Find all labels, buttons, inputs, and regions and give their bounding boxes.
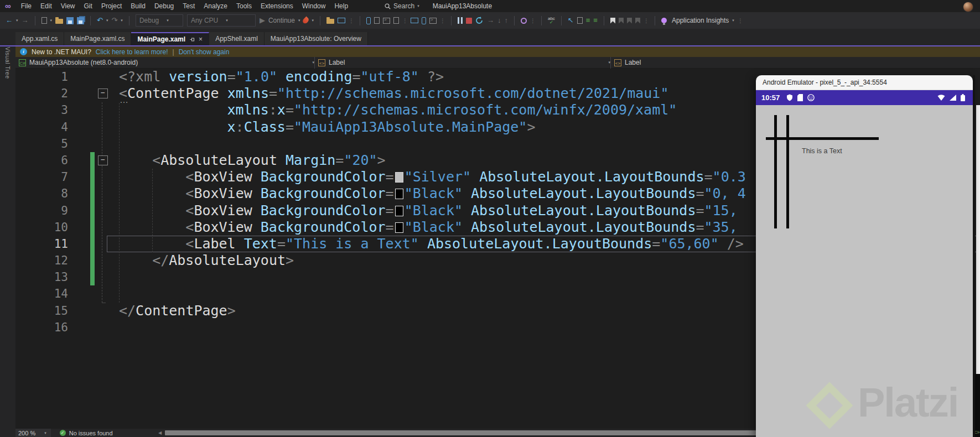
menu-debug[interactable]: Debug [150, 2, 178, 10]
format-selection-icon[interactable]: ≡ [593, 17, 598, 24]
menu-help[interactable]: Help [330, 2, 352, 10]
menu-tools[interactable]: Tools [232, 2, 256, 10]
pin-icon[interactable] [189, 37, 195, 42]
outlining-margin [95, 69, 115, 85]
continue-button[interactable]: Continue [268, 17, 295, 24]
menu-view[interactable]: View [56, 2, 80, 10]
android-emulator-window[interactable]: Android Emulator - pixel_5_-_api_34:5554… [756, 75, 975, 437]
tab-appshell-xaml[interactable]: AppShell.xaml [209, 32, 265, 45]
diagnostics-icon[interactable] [521, 18, 527, 24]
hot-reload-dropdown-icon[interactable]: ▾ [312, 18, 314, 23]
emulator-title-bar[interactable]: Android Emulator - pixel_5_-_api_34:5554 [756, 75, 973, 90]
format-document-icon[interactable]: ≡ [586, 17, 590, 24]
line-number: 12 [15, 252, 68, 269]
project-dropdown[interactable]: C# MauiApp13Absolute (net8.0-android) ▾ [15, 57, 314, 69]
token: < [152, 152, 160, 168]
restart-icon[interactable] [475, 17, 483, 24]
outlining-margin [95, 185, 115, 202]
spell-check-icon[interactable]: abc✓ [548, 17, 555, 24]
member-dropdown[interactable]: <> Label [611, 57, 980, 69]
toolbar-overflow-icon[interactable]: ⋮ [402, 18, 407, 24]
live-visual-tree-icon[interactable] [338, 18, 345, 23]
menu-extensions[interactable]: Extensions [256, 2, 298, 10]
signal-icon [950, 95, 956, 101]
android-device-icon[interactable] [422, 17, 426, 24]
adb-shell-icon[interactable] [429, 18, 437, 24]
tab-app-xaml-cs[interactable]: App.xaml.cs [15, 32, 64, 45]
chevron-down-icon: ▾ [44, 431, 46, 435]
user-avatar[interactable] [963, 2, 973, 12]
package-icon[interactable] [393, 17, 399, 24]
toolbar-overflow-icon[interactable]: ⋮ [738, 18, 743, 24]
change-tracking-margin [90, 285, 95, 302]
document-outline-icon[interactable] [577, 17, 583, 24]
stop-debugging-icon[interactable] [466, 18, 472, 24]
step-into-icon[interactable]: ↓ [497, 17, 501, 24]
boxview-vertical-1 [774, 115, 777, 228]
toolbar-overflow-icon[interactable]: ⋮ [644, 18, 649, 24]
tab-mainpage-xaml[interactable]: MainPage.xaml× [131, 32, 209, 45]
learn-more-link[interactable]: Click here to learn more! [96, 48, 168, 56]
toolbar-overflow-icon[interactable]: ⋮ [440, 18, 445, 24]
menu-window[interactable]: Window [298, 2, 330, 10]
toggle-bookmark-icon[interactable] [610, 18, 615, 24]
application-insights-dropdown-icon[interactable]: ▾ [732, 18, 734, 23]
navigate-back-dropdown-icon[interactable]: ▾ [16, 18, 18, 23]
emulator-screen[interactable]: This is a Text Platzi [756, 105, 973, 437]
next-bookmark-icon[interactable] [627, 18, 632, 24]
collapse-region-icon[interactable]: − [98, 89, 108, 98]
toolbar-overflow-icon[interactable]: ⋮ [349, 18, 354, 24]
close-icon[interactable]: × [199, 35, 203, 43]
menu-file[interactable]: File [17, 2, 36, 10]
redo-dropdown-icon[interactable]: ▾ [121, 18, 123, 23]
device-monitor-icon[interactable] [411, 18, 418, 23]
menu-project[interactable]: Project [97, 2, 126, 10]
token: Text [244, 236, 277, 252]
menu-git[interactable]: Git [80, 2, 97, 10]
previous-bookmark-icon[interactable] [619, 18, 624, 24]
step-over-icon[interactable]: → [487, 17, 494, 24]
application-insights-button[interactable]: Application Insights [672, 17, 729, 24]
select-element-icon[interactable]: ↖ [568, 17, 574, 24]
token [463, 219, 471, 235]
navigate-back-icon[interactable]: ← [6, 17, 13, 24]
tab-mauiapp13absolute-overview[interactable]: MauiApp13Absolute: Overview [265, 32, 368, 45]
continue-play-icon[interactable]: ▶ [260, 17, 265, 24]
menu-edit[interactable]: Edit [36, 2, 56, 10]
collapse-region-icon[interactable]: − [98, 155, 108, 165]
menu-test[interactable]: Test [178, 2, 199, 10]
outlining-margin [95, 102, 115, 118]
undo-icon[interactable]: ↶ [97, 17, 103, 24]
token: "35, [704, 219, 738, 235]
break-all-icon[interactable] [458, 17, 463, 24]
type-dropdown[interactable]: <> Label ▾ [315, 57, 610, 69]
new-project-icon[interactable] [42, 17, 47, 24]
continue-dropdown-icon[interactable]: ▾ [298, 18, 300, 23]
deploy-icon[interactable] [374, 17, 380, 24]
terminal-icon[interactable] [383, 18, 390, 24]
code-text: </AbsoluteLayout> [115, 252, 294, 269]
solution-explorer-icon[interactable] [326, 19, 334, 24]
platform-selector[interactable]: Any CPU▾ [187, 14, 256, 27]
token [252, 185, 261, 201]
token: "20" [344, 152, 377, 168]
new-project-dropdown-icon[interactable]: ▾ [50, 18, 53, 23]
toolbar-overflow-icon[interactable]: ⋮ [530, 18, 535, 24]
save-all-icon[interactable] [77, 17, 84, 24]
configuration-selector[interactable]: Debug▾ [136, 14, 183, 27]
hot-reload-icon[interactable] [302, 17, 310, 25]
xaml-live-preview-icon[interactable] [366, 17, 371, 24]
save-icon[interactable] [66, 17, 74, 24]
redo-icon[interactable]: ↷ [111, 17, 117, 24]
navigate-forward-icon[interactable]: → [22, 17, 29, 24]
search-control[interactable]: Search ▾ [385, 2, 419, 10]
scroll-left-icon[interactable]: ◀ [158, 430, 162, 435]
open-file-icon[interactable] [55, 19, 63, 24]
menu-build[interactable]: Build [126, 2, 150, 10]
undo-dropdown-icon[interactable]: ▾ [106, 18, 108, 23]
tab-mainpage-xaml-cs[interactable]: MainPage.xaml.cs [64, 32, 131, 45]
clear-bookmarks-icon[interactable] [635, 18, 640, 24]
step-out-icon[interactable]: ↑ [504, 17, 508, 24]
menu-analyze[interactable]: Analyze [199, 2, 232, 10]
dismiss-link[interactable]: Don't show again [179, 48, 230, 56]
